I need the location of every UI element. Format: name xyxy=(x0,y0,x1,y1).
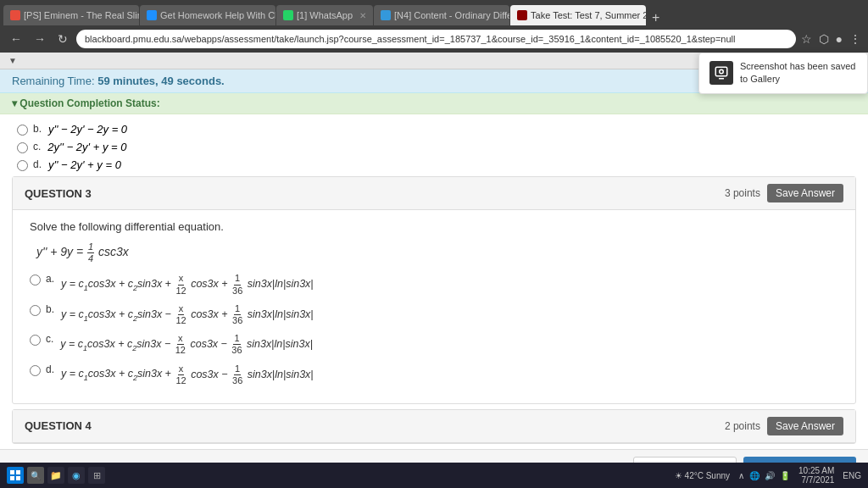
tab-5[interactable]: Take Test: Test 7, Summer 2021 -... ✕ xyxy=(510,5,646,25)
address-text: blackboard.pmu.edu.sa/webapps/assessment… xyxy=(85,34,736,44)
question-3-text: Solve the following differential equatio… xyxy=(30,220,838,233)
question-4-points: 2 points xyxy=(725,420,760,432)
weather-widget: ☀ 42°C Sunny xyxy=(675,471,730,480)
screenshot-toast: Screenshot has been saved to Gallery xyxy=(698,53,868,94)
question-3-block: QUESTION 3 3 points Save Answer Solve th… xyxy=(12,176,856,404)
option-item-d-prev: d. y'' − 2y' + y = 0 xyxy=(17,158,851,171)
toast-message: Screenshot has been saved to Gallery xyxy=(740,60,857,86)
question-4-block: QUESTION 4 2 points Save Answer xyxy=(12,409,856,444)
option-radio-d-prev[interactable] xyxy=(17,160,28,171)
q3-option-c: c. y = c1cos3x + c2sin3x − x12 cos3x − 1… xyxy=(30,333,838,356)
question-3-title: QUESTION 3 xyxy=(25,187,92,200)
taskbar-right: ☀ 42°C Sunny ∧ 🌐 🔊 🔋 10:25 AM 7/7/2021 E… xyxy=(675,466,861,485)
tab-2[interactable]: Get Homework Help With Cheg... ✕ xyxy=(140,5,275,25)
tab-1[interactable]: [PS] Eminem - The Real Slim Sha... ✕ xyxy=(3,5,139,25)
tab-close-3[interactable]: ✕ xyxy=(359,11,366,20)
tray-icon-volume: 🔊 xyxy=(765,471,775,480)
question-3-body: Solve the following differential equatio… xyxy=(13,210,855,403)
question-4-meta: 2 points Save Answer xyxy=(725,417,843,435)
option-radio-b-prev[interactable] xyxy=(17,125,28,136)
question-4-header: QUESTION 4 2 points Save Answer xyxy=(13,410,855,443)
option-radio-c-prev[interactable] xyxy=(17,142,28,153)
tab-label-1: [PS] Eminem - The Real Slim Sha... xyxy=(24,10,139,20)
toolbar-dropdown[interactable]: ▼ xyxy=(8,56,17,65)
search-taskbar-icon[interactable]: 🔍 xyxy=(27,467,44,484)
svg-rect-4 xyxy=(10,476,14,480)
question-3-points: 3 points xyxy=(725,187,760,199)
forward-button[interactable]: → xyxy=(31,30,49,47)
svg-point-1 xyxy=(720,70,724,75)
q3-radio-c[interactable] xyxy=(30,335,41,346)
tab-label-2: Get Homework Help With Cheg... xyxy=(160,10,275,20)
svg-rect-2 xyxy=(10,470,14,474)
option-item-c-prev: c. 2y'' − 2y' + y = 0 xyxy=(17,141,851,153)
app-icon-4[interactable]: ⊞ xyxy=(88,467,105,484)
reload-button[interactable]: ↻ xyxy=(54,30,71,47)
tray-icon-battery: 🔋 xyxy=(780,471,790,480)
tray-icon-1: ∧ xyxy=(738,471,744,480)
q3-radio-b[interactable] xyxy=(30,305,41,316)
menu-icon[interactable]: ⋮ xyxy=(849,32,861,46)
question-4-save-button[interactable]: Save Answer xyxy=(767,417,843,435)
q3-option-b: b. y = c1cos3x + c2sin3x − x12 cos3x + 1… xyxy=(30,303,838,326)
equation-fraction: 1 4 xyxy=(87,241,94,264)
clock-time: 10:25 AM xyxy=(798,466,834,475)
tab-label-4: [N4] Content - Ordinary Differentia... xyxy=(394,10,509,20)
browser-actions: ☆ ⬡ ● ⋮ xyxy=(801,32,861,46)
tab-favicon-1 xyxy=(10,10,20,20)
profile-icon[interactable]: ● xyxy=(836,32,843,46)
question-4-title: QUESTION 4 xyxy=(25,419,92,432)
weather-text: 42°C Sunny xyxy=(685,471,730,480)
address-bar-row: ← → ↻ blackboard.pmu.edu.sa/webapps/asse… xyxy=(0,25,868,53)
extensions-icon[interactable]: ⬡ xyxy=(819,32,829,46)
question-3-meta: 3 points Save Answer xyxy=(725,184,843,202)
content-area: b. y'' − 2y' − 2y = 0 c. 2y'' − 2y' + y … xyxy=(0,114,868,479)
tab-3[interactable]: [1] WhatsApp ✕ xyxy=(276,5,373,25)
address-bar[interactable]: blackboard.pmu.edu.sa/webapps/assessment… xyxy=(76,30,796,48)
question-3-save-button[interactable]: Save Answer xyxy=(767,184,843,202)
weather-icon: ☀ xyxy=(675,471,682,480)
tab-favicon-4 xyxy=(381,10,391,20)
main-content: ▼ Remaining Time: 59 minutes, 49 seconds… xyxy=(0,53,868,488)
tab-favicon-5 xyxy=(517,10,527,20)
back-button[interactable]: ← xyxy=(7,30,25,47)
question-status-arrow: ▾ xyxy=(12,97,19,109)
question-status-label: Question Completion Status: xyxy=(19,97,159,109)
tab-4[interactable]: [N4] Content - Ordinary Differentia... ✕ xyxy=(374,5,509,25)
browser-taskbar-icon[interactable]: ◉ xyxy=(68,467,85,484)
system-tray: ∧ 🌐 🔊 🔋 xyxy=(738,471,790,480)
q3-radio-a[interactable] xyxy=(30,274,41,286)
taskbar: 🔍 📁 ◉ ⊞ ☀ 42°C Sunny ∧ 🌐 🔊 🔋 10:25 AM 7/… xyxy=(0,463,868,488)
star-icon[interactable]: ☆ xyxy=(801,32,812,46)
option-item-b-prev: b. y'' − 2y' − 2y = 0 xyxy=(17,123,851,136)
file-manager-icon[interactable]: 📁 xyxy=(47,467,64,484)
timer-value: 59 minutes, 49 seconds. xyxy=(97,75,225,87)
tab-add-button[interactable]: + xyxy=(647,10,665,25)
question-3-equation: y'' + 9y = 1 4 csc3x xyxy=(36,241,838,264)
tab-favicon-2 xyxy=(147,10,157,20)
tab-bar: [PS] Eminem - The Real Slim Sha... ✕ Get… xyxy=(0,0,868,25)
timer-label: Remaining Time: xyxy=(12,75,95,87)
svg-rect-3 xyxy=(16,470,20,474)
tab-label-3: [1] WhatsApp xyxy=(297,10,353,20)
start-button[interactable] xyxy=(7,467,24,484)
clock-area[interactable]: 10:25 AM 7/7/2021 xyxy=(798,466,834,485)
language-indicator: ENG xyxy=(843,471,861,480)
q3-option-a: a. y = c1cos3x + c2sin3x + x12 cos3x + 1… xyxy=(30,273,838,296)
question-3-header: QUESTION 3 3 points Save Answer xyxy=(13,177,855,210)
svg-rect-5 xyxy=(16,476,20,480)
prev-question-options: b. y'' − 2y' − 2y = 0 c. 2y'' − 2y' + y … xyxy=(0,114,868,171)
question-completion-status[interactable]: ▾ Question Completion Status: xyxy=(0,93,868,114)
q3-option-d: d. y = c1cos3x + c2sin3x + x12 cos3x − 1… xyxy=(30,363,838,386)
svg-rect-0 xyxy=(715,68,727,77)
taskbar-left: 🔍 📁 ◉ ⊞ xyxy=(7,467,105,484)
clock-date: 7/7/2021 xyxy=(798,475,834,485)
toast-icon xyxy=(709,61,733,85)
tray-icon-network: 🌐 xyxy=(749,471,760,480)
browser-chrome: [PS] Eminem - The Real Slim Sha... ✕ Get… xyxy=(0,0,868,53)
q3-radio-d[interactable] xyxy=(30,365,41,376)
tab-label-5: Take Test: Test 7, Summer 2021 -... xyxy=(531,10,646,20)
tab-favicon-3 xyxy=(283,10,293,20)
